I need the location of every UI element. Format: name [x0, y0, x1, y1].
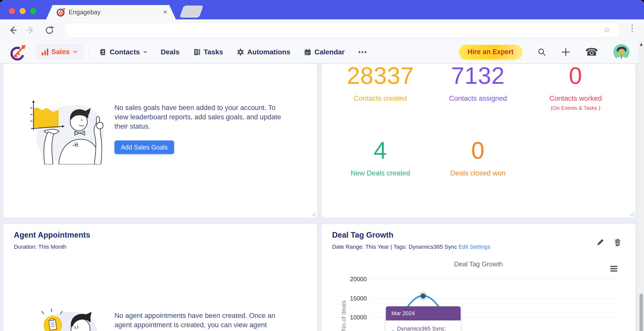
metric-value: 0: [426, 138, 530, 163]
agent-appointments-empty-message: No agent appointments have been created.…: [114, 311, 286, 329]
forward-button[interactable]: [25, 25, 36, 35]
card-duration: Duration: This Month: [14, 244, 66, 250]
line-series: [321, 224, 635, 331]
metric-deals-closed-won: 0 Deals closed won: [426, 138, 530, 177]
sales-menu-label: Sales: [51, 48, 70, 56]
nav-label: Tasks: [204, 48, 223, 56]
sales-goals-empty-message: No sales goals have been added to your a…: [114, 103, 291, 131]
address-bar-input[interactable]: ☆: [64, 23, 620, 38]
add-plus-icon[interactable]: [561, 48, 570, 56]
sales-menu-button[interactable]: Sales: [35, 44, 84, 60]
browser-window: Engagebay × ☆ ⋮: [0, 0, 644, 331]
metric-value: 4: [328, 138, 433, 163]
metric-value: 28337: [328, 64, 433, 88]
metric-label: Contacts worked: [523, 94, 628, 102]
bookmark-star-icon[interactable]: ☆: [603, 25, 610, 34]
back-button[interactable]: [8, 25, 18, 35]
more-menu-button[interactable]: [358, 51, 367, 53]
page-scrollbar: ▲: [638, 41, 644, 331]
calendar-icon: [304, 48, 311, 56]
metric-value: 7132: [426, 64, 530, 88]
reload-button[interactable]: [44, 25, 55, 35]
nav-label: Automations: [247, 48, 290, 56]
metric-label: Contacts assigned: [426, 94, 530, 102]
minimize-window-button[interactable]: [20, 8, 26, 14]
nav-label: Deals: [161, 48, 180, 56]
screenshot-root: Engagebay × ☆ ⋮: [0, 0, 644, 331]
metric-label: New Deals created: [328, 169, 433, 177]
sales-goals-card: No sales goals have been added to your a…: [3, 64, 317, 218]
metric-value: 0: [523, 64, 628, 88]
nav-label: Contacts: [110, 48, 140, 56]
sales-goals-illustration: [28, 93, 107, 164]
browser-menu-icon[interactable]: ⋮: [628, 23, 636, 33]
metric-contacts-worked: 0 Contacts worked (On Events & Tasks ): [523, 64, 628, 111]
tab-close-icon[interactable]: ×: [163, 8, 167, 16]
deal-tag-growth-card: Deal Tag Growth Date Range: This Year | …: [321, 224, 635, 331]
metric-label: Deals closed won: [426, 169, 530, 177]
card-resize-handle[interactable]: [628, 211, 634, 216]
new-tab-button[interactable]: [179, 6, 203, 18]
engagebay-logo-icon[interactable]: [9, 44, 27, 63]
add-sales-goals-button[interactable]: Add Sales Goals: [114, 140, 174, 154]
tooltip-body: Dynamics365 Sync: 15531: [386, 320, 461, 331]
contacts-book-icon: [99, 48, 107, 56]
phone-icon[interactable]: ☎: [585, 47, 598, 57]
browser-tab[interactable]: Engagebay ×: [46, 5, 176, 19]
chevron-down-icon: [143, 51, 147, 53]
browser-toolbar: ☆ ⋮: [0, 19, 644, 41]
ellipsis-icon: [358, 51, 367, 53]
nav-label: Calendar: [314, 48, 345, 56]
tab-title: Engagebay: [69, 9, 101, 16]
avatar[interactable]: [613, 44, 629, 60]
tooltip-series-value: Dynamics365 Sync: 15531: [397, 325, 461, 331]
card-title: Agent Appointments: [14, 231, 90, 240]
browser-titlebar: Engagebay ×: [0, 0, 644, 19]
agent-appointments-card: Agent Appointments Duration: This Month: [3, 224, 317, 331]
scrollbar-up-arrow[interactable]: ▲: [638, 42, 644, 46]
sales-metrics-card: 28337 Contacts created 7132 Contacts ass…: [321, 64, 635, 218]
close-window-button[interactable]: [9, 8, 15, 14]
scrollbar-thumb[interactable]: [639, 293, 643, 331]
chevron-down-icon: [73, 51, 77, 53]
main-navigation: Contacts Deals Tasks: [99, 41, 367, 63]
header-divider: [89, 47, 89, 58]
agent-appointments-illustration: [37, 298, 106, 331]
bar-chart-icon: [42, 48, 48, 55]
nav-item-tasks[interactable]: Tasks: [193, 48, 223, 56]
card-resize-handle[interactable]: [310, 211, 316, 216]
metric-label: Contacts created: [328, 94, 433, 102]
nav-item-calendar[interactable]: Calendar: [304, 48, 345, 56]
nav-item-automations[interactable]: Automations: [237, 48, 290, 56]
tooltip-header: Mar 2024: [386, 306, 461, 320]
nav-item-deals[interactable]: Deals: [161, 48, 180, 56]
metric-sublabel: (On Events & Tasks ): [523, 105, 628, 111]
maximize-window-button[interactable]: [30, 8, 36, 14]
header-right-cluster: Hire an Expert ☎: [459, 41, 629, 63]
chart-tooltip: Mar 2024 Dynamics365 Sync: 15531: [386, 306, 461, 331]
tasks-icon: [193, 48, 201, 56]
gear-icon: [237, 48, 244, 56]
metric-contacts-assigned: 7132 Contacts assigned: [426, 64, 530, 102]
nav-item-contacts[interactable]: Contacts: [99, 48, 147, 56]
app-header: Sales Contacts Deals: [0, 41, 638, 63]
metric-contacts-created: 28337 Contacts created: [328, 64, 433, 102]
metric-new-deals-created: 4 New Deals created: [328, 138, 433, 177]
data-point-marker: [421, 293, 426, 299]
search-icon[interactable]: [537, 48, 546, 57]
hire-expert-button[interactable]: Hire an Expert: [459, 45, 522, 59]
engagebay-favicon-icon: [56, 8, 66, 18]
